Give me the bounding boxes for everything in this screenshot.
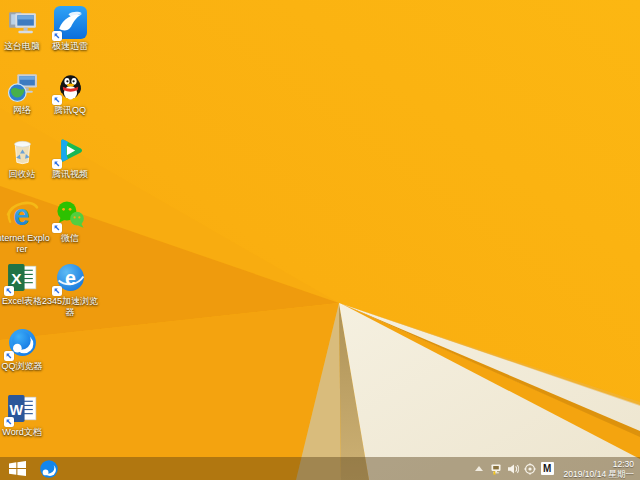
desktop-icon-tencent-qq[interactable]: 腾讯QQ [41, 70, 99, 116]
desktop-icon-label: 回收站 [9, 169, 36, 180]
desktop-icon-label: QQ浏览器 [1, 361, 42, 372]
desktop-icon-tencent-video[interactable]: 腾讯视频 [41, 134, 99, 180]
word-icon: W [6, 392, 39, 425]
desktop-icon-label: Excel表格 [2, 296, 42, 307]
target-circle-icon [524, 463, 536, 475]
desktop-icon-qq-browser[interactable]: QQ浏览器 [0, 326, 51, 372]
taskbar-qq-browser-button[interactable] [34, 457, 64, 480]
qq-browser-icon [6, 326, 39, 359]
system-tray: M 12:30 2019/10/14 星期一 [473, 457, 638, 480]
ime-indicator[interactable]: M [541, 462, 554, 475]
network-warning-icon [490, 463, 502, 475]
desktop-icon-label: 2345加速浏览器 [41, 296, 99, 318]
clock-date: 2019/10/14 星期一 [564, 469, 634, 479]
network-icon [6, 70, 39, 103]
desktop-icon-label: 腾讯QQ [54, 105, 86, 116]
this-pc-icon [6, 6, 39, 39]
desktop-icon-label: Word文档 [2, 427, 41, 438]
qq-penguin-icon [54, 70, 87, 103]
desktop-icon-wechat[interactable]: 微信 [41, 198, 99, 244]
desktop-icon-2345-browser[interactable]: e 2345加速浏览器 [41, 261, 99, 318]
qq-browser-icon [39, 459, 59, 479]
desktop-icon-label: 微信 [61, 233, 79, 244]
network-tray-icon[interactable] [490, 462, 503, 475]
hidden-icons-chevron[interactable] [473, 462, 486, 475]
desktop-icon-label: 腾讯视频 [52, 169, 88, 180]
svg-text:e: e [65, 267, 76, 289]
internet-explorer-icon: e [6, 198, 39, 231]
shortcut-arrow-overlay [52, 95, 62, 105]
shortcut-arrow-overlay [52, 286, 62, 296]
start-button[interactable] [0, 457, 34, 480]
desktop-icon-label: 极速迅雷 [52, 41, 88, 52]
safety-center-tray-icon[interactable] [524, 462, 537, 475]
desktop-icon-label: 网络 [13, 105, 31, 116]
svg-text:W: W [9, 402, 23, 418]
recycle-bin-icon [6, 134, 39, 167]
tencent-video-icon [54, 134, 87, 167]
shortcut-arrow-overlay [52, 159, 62, 169]
excel-icon: X [6, 261, 39, 294]
shortcut-arrow-overlay [52, 223, 62, 233]
desktop-icon-xunlei[interactable]: 极速迅雷 [41, 6, 99, 52]
desktop-icon-label: 这台电脑 [4, 41, 40, 52]
windows-logo-icon [9, 461, 26, 476]
speaker-icon [507, 463, 519, 475]
xunlei-icon [54, 6, 87, 39]
taskbar-clock[interactable]: 12:30 2019/10/14 星期一 [558, 459, 638, 479]
taskbar: M 12:30 2019/10/14 星期一 [0, 457, 640, 480]
clock-time: 12:30 [564, 459, 634, 469]
shortcut-arrow-overlay [4, 417, 14, 427]
desktop-icon-word[interactable]: W Word文档 [0, 392, 51, 438]
svg-text:X: X [11, 270, 22, 287]
volume-tray-icon[interactable] [507, 462, 520, 475]
chevron-up-icon [475, 466, 483, 471]
2345-browser-icon: e [54, 261, 87, 294]
shortcut-arrow-overlay [4, 286, 14, 296]
wechat-icon [54, 198, 87, 231]
shortcut-arrow-overlay [4, 351, 14, 361]
shortcut-arrow-overlay [52, 31, 62, 41]
desktop: { "wallpaper": { "base_orange": "#FBB313… [0, 0, 640, 480]
